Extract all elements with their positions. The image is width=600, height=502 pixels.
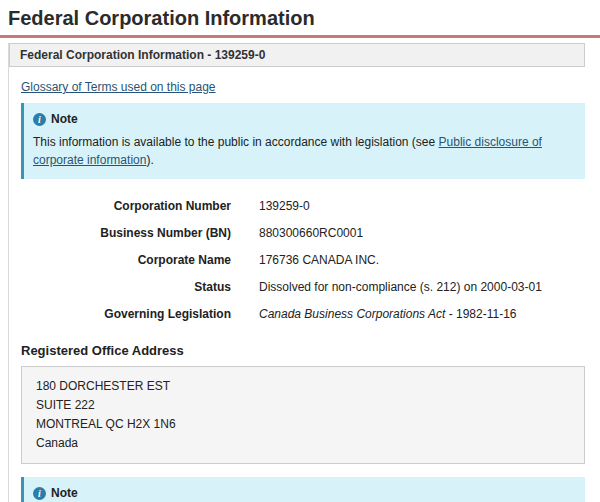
note-heading-bottom: i Note [33, 486, 573, 500]
note-box-top: i Note This information is available to … [21, 103, 585, 179]
detail-label: Corporation Number [21, 199, 231, 213]
detail-label: Business Number (BN) [21, 226, 231, 240]
registered-office-address-box: 180 DORCHESTER EST SUITE 222 MONTREAL QC… [21, 366, 585, 464]
act-name: Canada Business Corporations Act [259, 307, 445, 321]
detail-row-corporate-name: Corporate Name 176736 CANADA INC. [21, 246, 585, 273]
note-box-bottom: i Note Active CBCA corporations are requ… [21, 477, 585, 502]
info-icon: i [33, 113, 46, 126]
address-line: SUITE 222 [36, 396, 570, 415]
act-date: - 1982-11-16 [445, 307, 516, 321]
address-line: MONTREAL QC H2X 1N6 [36, 415, 570, 434]
detail-value: Canada Business Corporations Act - 1982-… [231, 307, 516, 321]
note-top-text-after: ). [146, 153, 153, 167]
page-header: Federal Corporation Information [0, 0, 600, 38]
note-top-text-before: This information is available to the pub… [33, 135, 439, 149]
note-text-top: This information is available to the pub… [33, 133, 573, 169]
note-label: Note [51, 486, 78, 500]
address-line: 180 DORCHESTER EST [36, 377, 570, 396]
info-icon: i [33, 487, 46, 500]
address-line: Canada [36, 434, 570, 453]
detail-row-status: Status Dissolved for non-compliance (s. … [21, 273, 585, 300]
note-label: Note [51, 112, 78, 126]
detail-row-governing-legislation: Governing Legislation Canada Business Co… [21, 300, 585, 327]
detail-label: Status [21, 280, 231, 294]
detail-value: Dissolved for non-compliance (s. 212) on… [231, 280, 542, 294]
registered-office-heading: Registered Office Address [21, 343, 585, 358]
page-title: Federal Corporation Information [0, 6, 600, 35]
detail-value: 176736 CANADA INC. [231, 253, 379, 267]
detail-value: 880300660RC0001 [231, 226, 363, 240]
section-bar: Federal Corporation Information - 139259… [9, 43, 585, 67]
detail-label: Governing Legislation [21, 307, 231, 321]
detail-row-corporation-number: Corporation Number 139259-0 [21, 192, 585, 219]
glossary-link[interactable]: Glossary of Terms used on this page [21, 80, 216, 94]
detail-row-business-number: Business Number (BN) 880300660RC0001 [21, 219, 585, 246]
detail-value: 139259-0 [231, 199, 310, 213]
content-area: Glossary of Terms used on this page i No… [9, 67, 585, 502]
detail-label: Corporate Name [21, 253, 231, 267]
note-heading-top: i Note [33, 112, 573, 126]
main-panel: Federal Corporation Information - 139259… [8, 43, 585, 502]
corporation-details: Corporation Number 139259-0 Business Num… [21, 192, 585, 327]
